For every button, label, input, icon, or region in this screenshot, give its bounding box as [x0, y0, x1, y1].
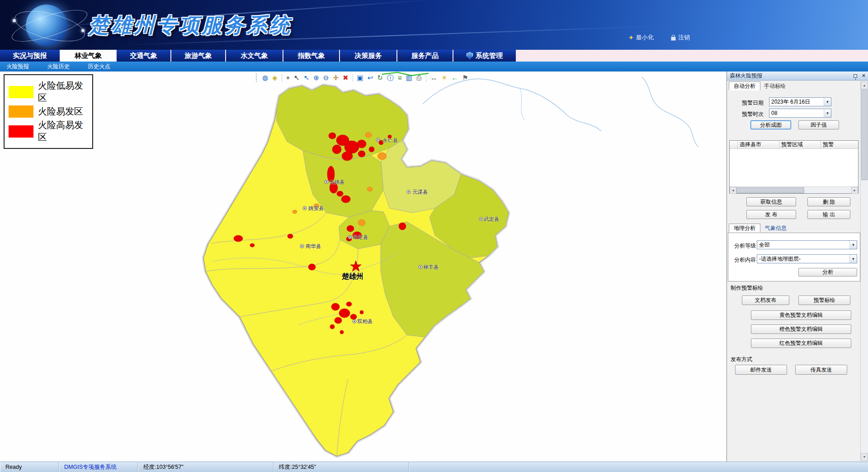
analyze-map-button[interactable]: 分析成图: [750, 120, 791, 129]
logo-globe-icon: [10, 1, 91, 49]
tab-system-management[interactable]: 系统管理: [453, 50, 516, 62]
zoom-previous-icon[interactable]: ↩: [368, 73, 373, 82]
email-send-button[interactable]: 邮件发送: [735, 365, 787, 375]
warning-list-header: 选择县市 预警区域 预警: [730, 141, 858, 149]
column-select-county: 选择县市: [738, 141, 779, 148]
toolbar-separator: [353, 74, 353, 81]
county-label-yongren: 永仁县: [382, 137, 398, 144]
analysis-level-combobox[interactable]: 全部 ▼: [757, 240, 857, 249]
scroll-up-icon[interactable]: ▲: [861, 81, 868, 89]
county-label-wuding: 武定县: [484, 216, 500, 223]
select-area-icon[interactable]: ⌖: [286, 73, 290, 82]
sub-nav: 火险预报 火险历史 历史火点: [0, 62, 868, 72]
chart-icon[interactable]: ▥: [406, 73, 412, 82]
panel-title-bar: 森林火险预报 ✕: [727, 72, 868, 81]
subtab-fire-risk-forecast[interactable]: 火险预报: [6, 63, 29, 71]
panel-title: 森林火险预报: [730, 72, 854, 80]
tab-weather-info[interactable]: 气象信息: [760, 224, 791, 233]
pointer-icon[interactable]: ↖: [294, 73, 300, 82]
warn-date-combobox[interactable]: 2023年 6月16日 ▼: [769, 97, 831, 106]
forest-fire-forecast-panel: 森林火险预报 ✕ 自动分析 手动标绘 预警日期 2023年 6月16日 ▼ 预警…: [726, 72, 868, 462]
tab-auto-analysis[interactable]: 自动分析: [729, 81, 760, 91]
factor-value-button[interactable]: 因子值: [798, 120, 839, 129]
scroll-left-icon[interactable]: ◄: [730, 187, 736, 194]
tab-hydrology-weather[interactable]: 水文气象: [226, 50, 283, 62]
back-icon[interactable]: ←: [451, 73, 458, 82]
measure-icon[interactable]: ◈: [272, 73, 278, 82]
tab-live-forecast[interactable]: 实况与预报: [0, 50, 60, 62]
identify-icon[interactable]: ⓘ: [387, 73, 394, 82]
distance-icon[interactable]: ↔: [430, 73, 437, 82]
tab-decision-service[interactable]: 决策服务: [340, 50, 396, 62]
full-extent-icon[interactable]: ▣: [357, 73, 363, 82]
output-button[interactable]: 输 出: [807, 210, 850, 219]
tab-geo-analysis[interactable]: 地理分析: [729, 224, 760, 233]
pin-icon[interactable]: [854, 74, 857, 78]
subtab-historical-fire-points[interactable]: 历史火点: [88, 63, 110, 71]
toolbar-separator: [426, 74, 426, 81]
column-warning: 预警: [821, 141, 858, 148]
get-info-button[interactable]: 获取信息: [746, 197, 796, 206]
horizontal-scrollbar[interactable]: ◄ ►: [730, 186, 858, 193]
warn-time-combobox[interactable]: 08 ▼: [769, 109, 831, 118]
tab-service-products[interactable]: 服务产品: [397, 50, 453, 62]
map-toolbar: ◍ ◈ ⌖ ↖ ↖ ⊕ ⊖ ✛ ✖ ▣ ↩ ↻ ⓘ ≡ ▥ ⎙ ↔ ☀ ← ⚑: [256, 73, 468, 83]
county-label-dayao: 大姚县: [329, 179, 345, 186]
main-nav: 实况与预报 林业气象 交通气象 旅游气象 水文气象 指数气象 决策服务 服务产品…: [0, 50, 868, 62]
pan-icon[interactable]: ✛: [333, 73, 339, 82]
app-window: 楚雄州专项服务系统 ✦ 最小化 注销 实况与预报 林业气象 交通气象 旅游气象 …: [0, 0, 868, 472]
map-canvas[interactable]: [0, 72, 726, 462]
warning-list[interactable]: 选择县市 预警区域 预警 ◄ ►: [729, 140, 859, 194]
zoom-in-icon[interactable]: ⊕: [313, 73, 319, 82]
yellow-warning-doc-button[interactable]: 黄色预警文档编辑: [751, 310, 851, 320]
legend-item: 火险高易发区: [9, 119, 88, 143]
plot-group-label: 制作预警标绘: [731, 284, 763, 292]
publish-button[interactable]: 发 布: [746, 210, 796, 219]
warn-plot-button[interactable]: 预警标绘: [798, 296, 850, 305]
legend-swatch-high: [9, 125, 33, 138]
clear-icon[interactable]: ✖: [343, 73, 349, 82]
legend-swatch-medium: [9, 105, 33, 118]
analyze-button[interactable]: 分析: [798, 268, 857, 277]
close-icon[interactable]: ✕: [862, 73, 866, 79]
app-title: 楚雄州专项服务系统: [89, 12, 292, 39]
tab-traffic-weather[interactable]: 交通气象: [117, 50, 170, 62]
scrollbar-thumb[interactable]: [861, 90, 868, 180]
shield-icon: [467, 52, 473, 59]
globe-icon[interactable]: ◍: [262, 73, 268, 82]
bulb-icon[interactable]: ☀: [441, 73, 447, 82]
map-panel: 永仁县 大姚县 元谋县 姚安县 武定县 南华县 牟定县 禄丰县 双柏县 楚雄州 …: [0, 72, 726, 462]
fax-send-button[interactable]: 传真发送: [795, 365, 847, 375]
subtab-fire-risk-history[interactable]: 火险历史: [47, 63, 70, 71]
flag-icon[interactable]: ⚑: [462, 73, 468, 82]
tab-index-weather[interactable]: 指数气象: [283, 50, 339, 62]
legend-item: 火险易发区: [9, 105, 88, 118]
scrollbar-thumb[interactable]: [736, 187, 804, 193]
red-warning-doc-button[interactable]: 红色预警文档编辑: [751, 339, 851, 348]
scroll-right-icon[interactable]: ►: [851, 187, 858, 194]
scroll-down-icon[interactable]: ▼: [861, 453, 868, 461]
legend-icon[interactable]: ≡: [398, 73, 402, 82]
status-bar: Ready DMGIS专项服务系统 经度:103°56'57" 纬度:25°32…: [0, 462, 868, 472]
minimize-button[interactable]: ✦ 最小化: [628, 33, 654, 42]
app-header: 楚雄州专项服务系统 ✦ 最小化 注销: [0, 0, 868, 50]
logout-button[interactable]: 注销: [671, 33, 690, 42]
analysis-content-combobox[interactable]: -请选择地理图层- ▼: [757, 254, 857, 263]
doc-publish-button[interactable]: 文档发布: [742, 296, 789, 305]
county-label-yaoan: 姚安县: [308, 205, 324, 212]
county-label-mouding: 牟定县: [353, 234, 368, 241]
select-pointer-icon[interactable]: ↖: [304, 73, 310, 82]
tab-tourism-weather[interactable]: 旅游气象: [171, 50, 225, 62]
minimize-icon: ✦: [628, 34, 634, 41]
zoom-out-icon[interactable]: ⊖: [323, 73, 329, 82]
tab-manual-plot[interactable]: 手动标绘: [760, 81, 790, 91]
print-icon[interactable]: ⎙: [416, 73, 422, 82]
refresh-icon[interactable]: ↻: [377, 73, 383, 82]
toolbar-drag-handle[interactable]: [256, 74, 257, 82]
orange-warning-doc-button[interactable]: 橙色预警文档编辑: [751, 324, 851, 334]
fire-risk-legend: 火险低易发区 火险易发区 火险高易发区: [4, 74, 93, 149]
delete-button[interactable]: 删 除: [807, 197, 850, 206]
tab-forestry-weather[interactable]: 林业气象: [61, 50, 116, 62]
county-label-yuanmou: 元谋县: [412, 189, 428, 195]
vertical-scrollbar[interactable]: ▲ ▼: [860, 81, 868, 461]
